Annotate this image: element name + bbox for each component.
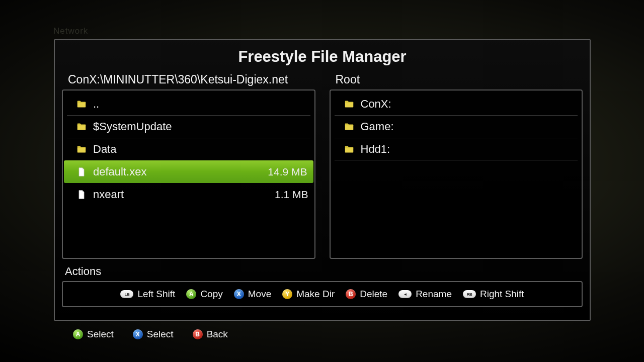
file-size: 14.9 MB [268,166,307,178]
list-item[interactable]: Hdd1: [331,138,582,160]
file-name: nxeart [93,188,275,201]
footer-hints: A Select X Select B Back [73,329,228,340]
right-pane: ConX: Game: Hdd1: [330,89,583,259]
b-button-icon: B [193,329,203,339]
file-name: default.xex [93,165,268,178]
file-size: 1.1 MB [275,189,308,201]
x-button-icon: X [133,329,143,339]
rb-icon: RB [463,290,476,298]
action-move[interactable]: X Move [234,289,271,300]
footer-hint-b[interactable]: B Back [193,329,228,340]
hint-label: Back [207,329,228,340]
file-manager-window: Freestyle File Manager ConX:\MININUTTER\… [54,39,591,321]
hint-label: Select [147,329,174,340]
action-label: Make Dir [296,289,335,300]
list-item[interactable]: nxeart 1.1 MB [63,183,314,206]
actions-bar: LB Left Shift A Copy X Move Y Make Dir B… [62,281,583,307]
lb-icon: LB [120,290,133,298]
list-item[interactable]: Data [63,138,314,160]
action-label: Left Shift [137,289,175,300]
left-pane: .. $SystemUpdate Data [62,89,315,259]
list-item[interactable]: $SystemUpdate [63,115,314,138]
file-name: $SystemUpdate [93,120,308,133]
b-button-icon: B [346,289,356,299]
file-name: ConX: [361,98,576,111]
action-label: Move [248,289,271,300]
left-pane-column: ConX:\MININUTTER\360\Ketsui-Digiex.net .… [62,72,315,259]
right-pane-column: Root ConX: Game: [330,72,583,259]
list-item[interactable]: ConX: [331,93,582,115]
footer-hint-a[interactable]: A Select [73,329,114,340]
action-copy[interactable]: A Copy [186,289,222,300]
action-makedir[interactable]: Y Make Dir [282,289,335,300]
bg-hint-network: Network [53,26,88,36]
action-label: Rename [416,289,452,300]
back-icon: ◄ [398,290,412,298]
a-button-icon: A [73,329,83,339]
file-name: Game: [361,120,576,133]
actions-heading: Actions [55,259,590,281]
action-label: Right Shift [480,289,524,300]
window-title: Freestyle File Manager [55,40,590,72]
list-item[interactable]: default.xex 14.9 MB [64,160,313,183]
x-button-icon: X [234,289,244,299]
hint-label: Select [87,329,114,340]
left-path: ConX:\MININUTTER\360\Ketsui-Digiex.net [62,72,315,89]
a-button-icon: A [186,289,196,299]
file-name: Hdd1: [361,143,576,156]
footer-hint-x[interactable]: X Select [133,329,174,340]
folder-icon [76,99,87,110]
drive-icon [344,99,355,110]
file-icon [76,189,87,200]
y-button-icon: Y [282,289,292,299]
file-name: .. [93,98,308,111]
file-name: Data [93,143,308,156]
action-delete[interactable]: B Delete [346,289,387,300]
action-rename[interactable]: ◄ Rename [398,289,452,300]
drive-icon [344,121,355,132]
folder-icon [76,144,87,155]
drive-icon [344,144,355,155]
action-right-shift[interactable]: RB Right Shift [463,289,524,300]
right-path: Root [330,72,583,89]
action-label: Delete [360,289,387,300]
list-item[interactable]: .. [63,93,314,115]
list-item[interactable]: Game: [331,115,582,138]
file-icon [76,166,87,177]
action-label: Copy [200,289,222,300]
folder-icon [76,121,87,132]
action-left-shift[interactable]: LB Left Shift [120,289,175,300]
